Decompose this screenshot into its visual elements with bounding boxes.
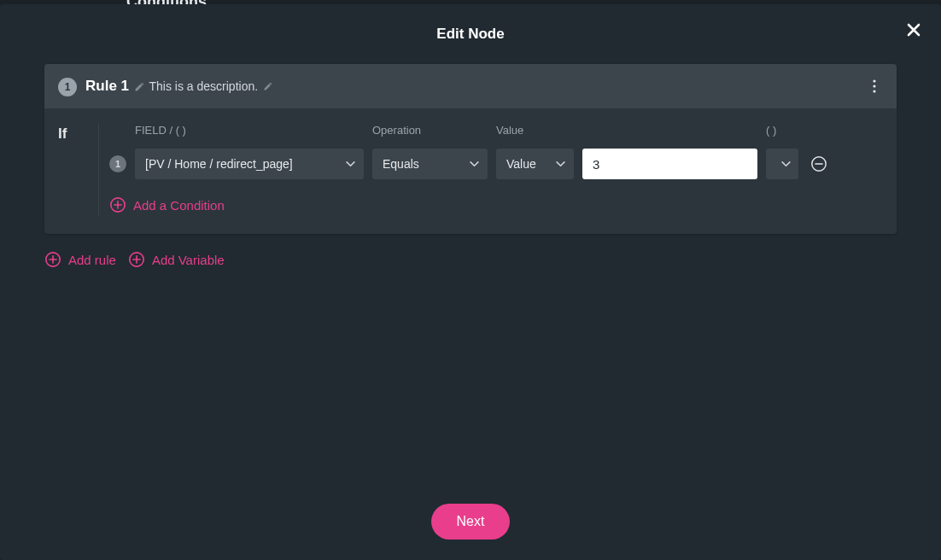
plus-circle-icon [109, 196, 126, 213]
field-select-value: [PV / Home / redirect_page] [145, 157, 293, 171]
modal-title: Edit Node [436, 26, 504, 43]
close-icon [905, 21, 922, 38]
chevron-down-icon [470, 161, 479, 167]
condition-index-badge: 1 [109, 155, 126, 172]
add-condition-label: Add a Condition [133, 198, 225, 213]
svg-point-2 [873, 90, 875, 92]
add-variable-button[interactable]: Add Variable [128, 251, 225, 268]
rule-menu-button[interactable] [864, 76, 885, 96]
rule-index-badge: 1 [58, 78, 77, 96]
below-actions: Add rule Add Variable [44, 251, 897, 268]
add-variable-label: Add Variable [152, 253, 225, 267]
header-operation: Operation [372, 124, 488, 137]
operation-select-value: Equals [383, 157, 419, 171]
field-select[interactable]: [PV / Home / redirect_page] [135, 149, 364, 179]
add-rule-label: Add rule [68, 253, 116, 267]
rule-card: 1 Rule 1 This is a description. [44, 64, 897, 234]
header-field: FIELD / ( ) [135, 124, 364, 137]
remove-condition-button[interactable] [807, 152, 831, 176]
pencil-icon [263, 81, 273, 91]
value-type-select-value: Value [506, 157, 536, 171]
if-label: If [58, 124, 98, 143]
svg-point-1 [873, 85, 875, 87]
add-condition-button[interactable]: Add a Condition [109, 196, 225, 213]
plus-circle-icon [128, 251, 145, 268]
rule-title-row: Rule 1 [85, 78, 145, 95]
header-group: ( ) [766, 124, 798, 137]
chevron-down-icon [556, 161, 565, 167]
plus-circle-icon [44, 251, 61, 268]
svg-point-0 [873, 79, 875, 82]
value-type-select[interactable]: Value [496, 149, 574, 179]
column-headers: FIELD / ( ) Operation Value ( ) [109, 124, 888, 137]
if-column: If [44, 124, 99, 217]
modal-footer: Next [0, 504, 941, 540]
edit-description-button[interactable] [263, 81, 273, 91]
edit-title-button[interactable] [134, 81, 145, 92]
add-rule-button[interactable]: Add rule [44, 251, 116, 268]
rule-description: This is a description. [149, 79, 258, 93]
next-button[interactable]: Next [431, 504, 511, 540]
kebab-icon [873, 79, 876, 93]
operation-select[interactable]: Equals [372, 149, 488, 179]
edit-node-modal: Edit Node 1 Rule 1 This is a description… [0, 4, 941, 560]
minus-circle-icon [810, 155, 827, 172]
chevron-down-icon [781, 161, 791, 167]
rule-header: 1 Rule 1 This is a description. [44, 64, 897, 108]
pencil-icon [134, 81, 145, 92]
header-value-spacer [582, 124, 757, 137]
rule-description-row: This is a description. [149, 79, 273, 93]
value-input[interactable] [582, 149, 757, 179]
close-button[interactable] [902, 18, 926, 42]
modal-header: Edit Node [0, 4, 941, 64]
chevron-down-icon [346, 161, 355, 167]
rule-title: Rule 1 [85, 78, 129, 95]
group-select[interactable] [766, 149, 798, 179]
header-value-type: Value [496, 124, 574, 137]
rule-body: If FIELD / ( ) Operation Value ( ) 1 [44, 108, 897, 234]
condition-row: 1 [PV / Home / redirect_page] Equals Val [109, 149, 888, 179]
